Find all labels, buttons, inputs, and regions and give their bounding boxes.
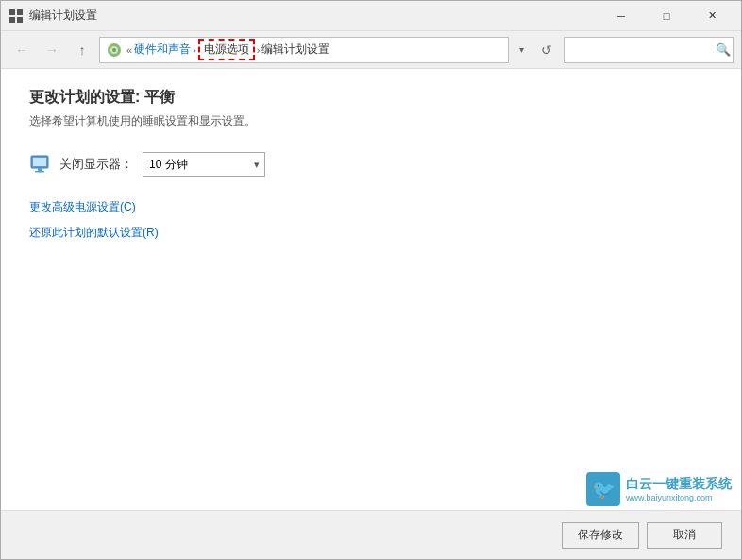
restore-defaults-link[interactable]: 还原此计划的默认设置(R) <box>29 226 159 239</box>
back-button[interactable]: ← <box>8 37 35 63</box>
main-window: 编辑计划设置 ─ □ ✕ ← → ↑ « 硬件和声音 › 电源选项 › 编辑计划… <box>0 0 742 560</box>
svg-rect-3 <box>17 17 23 23</box>
advanced-settings-link[interactable]: 更改高级电源设置(C) <box>29 200 136 213</box>
title-bar-left: 编辑计划设置 <box>8 8 97 24</box>
watermark-url: www.baiyunxitong.com <box>626 493 732 502</box>
restore-defaults-row: 还原此计划的默认设置(R) <box>29 225 713 241</box>
svg-rect-0 <box>9 9 15 15</box>
watermark-bird-icon: 🐦 <box>592 478 616 501</box>
display-setting-row: 关闭显示器： 1 分钟 2 分钟 5 分钟 10 分钟 15 分钟 20 分钟 … <box>29 152 713 177</box>
maximize-button[interactable]: □ <box>645 1 688 31</box>
window-title: 编辑计划设置 <box>29 8 97 24</box>
svg-rect-2 <box>9 17 15 23</box>
page-subtitle: 选择希望计算机使用的睡眠设置和显示设置。 <box>29 113 713 129</box>
advanced-settings-row: 更改高级电源设置(C) <box>29 199 713 215</box>
breadcrumb-sep-1: « <box>126 44 132 56</box>
watermark-text: 白云一键重装系统 www.baiyunxitong.com <box>626 476 732 502</box>
display-select-wrapper: 1 分钟 2 分钟 5 分钟 10 分钟 15 分钟 20 分钟 从不 <box>143 152 265 177</box>
svg-point-6 <box>112 48 116 52</box>
window-icon <box>8 8 24 24</box>
svg-rect-8 <box>33 158 46 166</box>
search-bar: 🔍 <box>564 37 734 63</box>
address-bar: ← → ↑ « 硬件和声音 › 电源选项 › 编辑计划设置 ▾ ↺ 🔍 <box>1 31 741 69</box>
title-bar: 编辑计划设置 ─ □ ✕ <box>1 1 741 31</box>
svg-rect-10 <box>35 171 44 173</box>
monitor-icon <box>29 154 50 175</box>
watermark-brand: 白云一键重装系统 <box>626 476 732 493</box>
close-button[interactable]: ✕ <box>690 1 734 31</box>
display-label: 关闭显示器： <box>59 156 133 173</box>
search-input[interactable] <box>570 43 712 57</box>
title-bar-controls: ─ □ ✕ <box>599 1 734 31</box>
svg-rect-1 <box>17 9 23 15</box>
save-button[interactable]: 保存修改 <box>562 522 639 549</box>
svg-rect-9 <box>38 168 42 171</box>
bottom-bar: 保存修改 取消 <box>1 510 741 559</box>
breadcrumb-icon <box>106 42 123 59</box>
breadcrumb-bar: « 硬件和声音 › 电源选项 › 编辑计划设置 <box>99 37 509 63</box>
watermark-icon: 🐦 <box>586 472 620 506</box>
minimize-button[interactable]: ─ <box>599 1 643 31</box>
forward-button[interactable]: → <box>39 37 65 63</box>
search-icon[interactable]: 🔍 <box>716 42 731 57</box>
page-title: 更改计划的设置: 平衡 <box>29 88 713 108</box>
breadcrumb-power-options[interactable]: 电源选项 <box>198 39 255 60</box>
breadcrumb-dropdown-button[interactable]: ▾ <box>513 37 530 63</box>
cancel-button[interactable]: 取消 <box>647 522 722 549</box>
watermark: 🐦 白云一键重装系统 www.baiyunxitong.com <box>586 472 732 506</box>
breadcrumb-sep-2: › <box>193 44 196 56</box>
up-button[interactable]: ↑ <box>69 37 95 63</box>
breadcrumb-current: 编辑计划设置 <box>261 42 329 58</box>
main-content: 更改计划的设置: 平衡 选择希望计算机使用的睡眠设置和显示设置。 关闭显示器： … <box>1 69 741 510</box>
display-select[interactable]: 1 分钟 2 分钟 5 分钟 10 分钟 15 分钟 20 分钟 从不 <box>143 152 265 177</box>
breadcrumb-hardware[interactable]: 硬件和声音 <box>134 42 191 58</box>
refresh-button[interactable]: ↺ <box>533 37 560 63</box>
breadcrumb-sep-3: › <box>257 44 261 56</box>
